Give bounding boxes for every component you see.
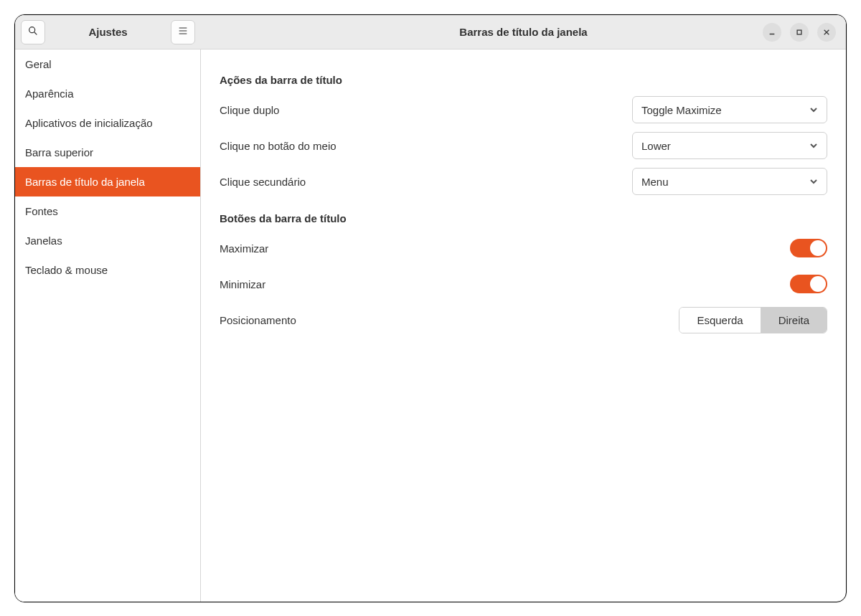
- setting-maximize: Maximizar: [220, 234, 827, 262]
- sidebar-item-label: Teclado & mouse: [25, 264, 108, 276]
- header-bar: Ajustes Barras de título da janela: [15, 15, 846, 49]
- setting-secondary-click: Clique secundário Menu: [220, 168, 827, 195]
- secondary-click-label: Clique secundário: [220, 176, 306, 188]
- setting-placement: Posicionamento Esquerda Direita: [220, 306, 827, 333]
- window-body: Geral Aparência Aplicativos de inicializ…: [15, 49, 846, 602]
- sidebar-item-janelas[interactable]: Janelas: [15, 226, 200, 255]
- chevron-down-icon: [809, 104, 818, 116]
- setting-middle-click: Clique no botão do meio Lower: [220, 132, 827, 159]
- sidebar-item-label: Fontes: [25, 205, 58, 217]
- chevron-down-icon: [809, 176, 818, 188]
- double-click-combo[interactable]: Toggle Maximize: [632, 96, 827, 123]
- svg-point-0: [29, 27, 35, 32]
- settings-window: Ajustes Barras de título da janela: [14, 14, 847, 602]
- combo-value: Menu: [641, 176, 669, 188]
- sidebar-item-startup-apps[interactable]: Aplicativos de inicialização: [15, 108, 200, 138]
- chevron-down-icon: [809, 140, 818, 152]
- setting-minimize: Minimizar: [220, 270, 827, 298]
- sidebar-item-label: Aplicativos de inicialização: [25, 117, 153, 129]
- maximize-label: Maximizar: [220, 242, 268, 255]
- sidebar-item-window-titlebars[interactable]: Barras de título da janela: [15, 167, 200, 196]
- placement-label: Posicionamento: [220, 314, 296, 326]
- sidebar-item-label: Janelas: [25, 234, 62, 247]
- window-controls: [763, 23, 840, 42]
- setting-double-click: Clique duplo Toggle Maximize: [220, 96, 827, 123]
- sidebar-item-label: Geral: [25, 58, 52, 70]
- maximize-window-button[interactable]: [790, 23, 809, 42]
- search-button[interactable]: [21, 20, 45, 44]
- page-title: Barras de título da janela: [459, 26, 587, 38]
- content-pane: Ações da barra de título Clique duplo To…: [201, 49, 846, 602]
- middle-click-combo[interactable]: Lower: [632, 132, 827, 159]
- double-click-label: Clique duplo: [220, 104, 279, 116]
- middle-click-label: Clique no botão do meio: [220, 140, 337, 152]
- sidebar: Geral Aparência Aplicativos de inicializ…: [15, 49, 201, 602]
- close-icon: [823, 26, 830, 39]
- svg-line-1: [34, 32, 37, 34]
- placement-left-button[interactable]: Esquerda: [679, 308, 760, 333]
- placement-segmented: Esquerda Direita: [679, 307, 827, 333]
- sidebar-item-fontes[interactable]: Fontes: [15, 196, 200, 226]
- secondary-click-combo[interactable]: Menu: [632, 168, 827, 195]
- hamburger-icon: [177, 25, 189, 39]
- minimize-toggle[interactable]: [790, 275, 827, 293]
- minimize-window-button[interactable]: [763, 23, 781, 42]
- svg-rect-6: [797, 30, 801, 34]
- section-titlebar-actions: Ações da barra de título: [220, 74, 827, 86]
- section-titlebar-buttons: Botões da barra de título: [220, 212, 827, 224]
- sidebar-item-label: Aparência: [25, 87, 74, 100]
- sidebar-title: Ajustes: [50, 26, 166, 38]
- combo-value: Toggle Maximize: [641, 104, 722, 116]
- sidebar-item-label: Barras de título da janela: [25, 176, 145, 188]
- search-icon: [27, 25, 39, 39]
- combo-value: Lower: [641, 140, 671, 152]
- sidebar-item-keyboard-mouse[interactable]: Teclado & mouse: [15, 255, 200, 285]
- sidebar-item-geral[interactable]: Geral: [15, 49, 200, 79]
- maximize-icon: [796, 26, 803, 39]
- minimize-icon: [768, 26, 776, 39]
- header-left: Ajustes: [15, 15, 201, 49]
- sidebar-item-aparencia[interactable]: Aparência: [15, 79, 200, 108]
- placement-right-button[interactable]: Direita: [761, 308, 827, 333]
- minimize-label: Minimizar: [220, 278, 265, 290]
- header-right: Barras de título da janela: [201, 15, 846, 49]
- sidebar-item-label: Barra superior: [25, 146, 93, 158]
- menu-button[interactable]: [171, 20, 195, 44]
- sidebar-item-top-bar[interactable]: Barra superior: [15, 138, 200, 167]
- maximize-toggle[interactable]: [790, 239, 827, 257]
- close-window-button[interactable]: [817, 23, 836, 42]
